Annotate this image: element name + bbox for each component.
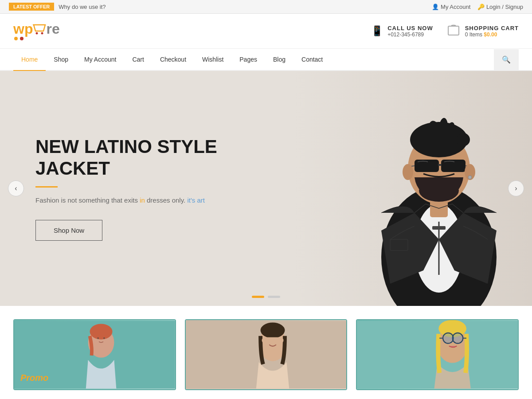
svg-point-35 bbox=[97, 337, 99, 339]
slider-dot-2[interactable] bbox=[268, 296, 280, 298]
svg-point-0 bbox=[36, 32, 38, 35]
slider-prev-button[interactable]: ‹ bbox=[8, 180, 24, 196]
svg-point-1 bbox=[41, 32, 43, 35]
logo-cart-svg bbox=[32, 23, 47, 35]
cat-card-bg-2 bbox=[186, 320, 347, 389]
top-bar-left: LATEST OFFER Why do we use it? bbox=[9, 3, 106, 11]
hero-title: NEW LATINO STYLE JACKET bbox=[35, 136, 257, 179]
cat-card-1[interactable]: Promo bbox=[13, 319, 176, 390]
cat-card-bg-1: Promo bbox=[14, 320, 175, 389]
nav-home[interactable]: Home bbox=[13, 49, 46, 71]
cat-card-2-image bbox=[186, 320, 347, 389]
call-us-text: CALL US NOW +012-345-6789 bbox=[387, 25, 433, 38]
cart-items: 0 Items $0.00 bbox=[465, 31, 497, 38]
cat-card-1-label: Promo bbox=[20, 373, 48, 383]
nav-shop[interactable]: Shop bbox=[46, 49, 76, 71]
logo[interactable]: wp re bbox=[13, 22, 60, 40]
hero-subtitle: Fashion is not something that exits in d… bbox=[35, 196, 222, 204]
call-us: 📱 CALL US NOW +012-345-6789 bbox=[371, 25, 433, 38]
hero-content: NEW LATINO STYLE JACKET Fashion is not s… bbox=[0, 136, 532, 241]
cat-card-3[interactable] bbox=[356, 319, 519, 390]
nav-my-account[interactable]: My Account bbox=[76, 49, 124, 71]
cart-icon bbox=[446, 23, 461, 39]
svg-point-40 bbox=[260, 322, 285, 338]
bag-icon bbox=[446, 23, 461, 37]
svg-point-36 bbox=[103, 337, 105, 339]
my-account-link[interactable]: 👤 My Account bbox=[432, 4, 470, 10]
nav-wishlist[interactable]: Wishlist bbox=[194, 49, 231, 71]
nav-bar: Home Shop My Account Cart Checkout Wishl… bbox=[0, 49, 532, 71]
nav-cart[interactable]: Cart bbox=[124, 49, 152, 71]
hero-slider: NEW LATINO STYLE JACKET Fashion is not s… bbox=[0, 71, 532, 306]
header: wp re 📱 CALL US NOW +012-345-6789 bbox=[0, 14, 532, 49]
nav-contact[interactable]: Contact bbox=[293, 49, 331, 71]
category-section: Promo bbox=[0, 306, 532, 399]
nav-pages[interactable]: Pages bbox=[231, 49, 265, 71]
svg-point-49 bbox=[454, 334, 462, 343]
svg-rect-3 bbox=[448, 26, 459, 35]
svg-point-34 bbox=[90, 324, 113, 339]
key-icon: 🔑 bbox=[477, 4, 486, 10]
login-signup-link[interactable]: 🔑 Login / Signup bbox=[477, 4, 523, 10]
cat-card-2[interactable] bbox=[185, 319, 348, 390]
cat-card-bg-3 bbox=[357, 320, 518, 389]
nav-blog[interactable]: Blog bbox=[265, 49, 293, 71]
search-button[interactable]: 🔍 bbox=[494, 49, 519, 70]
user-icon: 👤 bbox=[432, 4, 441, 10]
shopping-cart-header[interactable]: SHOPPING CART 0 Items $0.00 bbox=[446, 23, 519, 39]
top-bar-center-text: Why do we use it? bbox=[59, 4, 106, 10]
header-right: 📱 CALL US NOW +012-345-6789 SHOPPING CAR… bbox=[371, 23, 519, 39]
top-bar: LATEST OFFER Why do we use it? 👤 My Acco… bbox=[0, 0, 532, 14]
slider-dot-1[interactable] bbox=[252, 296, 264, 298]
phone-icon: 📱 bbox=[371, 25, 383, 37]
latest-offer-badge[interactable]: LATEST OFFER bbox=[9, 3, 54, 11]
main-nav: Home Shop My Account Cart Checkout Wishl… bbox=[13, 49, 494, 70]
svg-rect-41 bbox=[262, 337, 283, 344]
shop-now-button[interactable]: Shop Now bbox=[35, 220, 102, 241]
slider-next-button[interactable]: › bbox=[508, 180, 524, 196]
svg-point-48 bbox=[444, 334, 453, 343]
nav-checkout[interactable]: Checkout bbox=[152, 49, 194, 71]
cart-text: SHOPPING CART 0 Items $0.00 bbox=[465, 25, 519, 38]
hero-divider bbox=[35, 186, 58, 188]
cat-card-3-image bbox=[357, 320, 518, 389]
top-bar-right: 👤 My Account 🔑 Login / Signup bbox=[432, 4, 523, 10]
slider-dots bbox=[252, 296, 280, 298]
